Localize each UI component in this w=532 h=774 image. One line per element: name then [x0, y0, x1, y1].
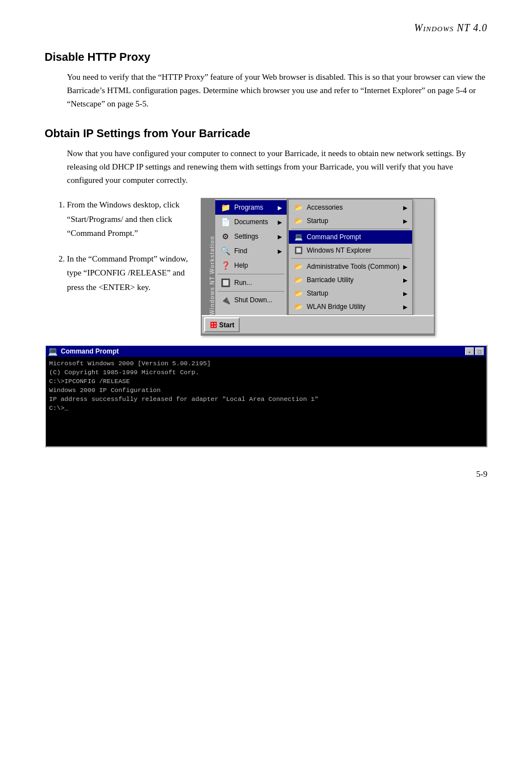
startup2-arrow: ▶ — [403, 291, 408, 297]
barricade-arrow: ▶ — [403, 277, 408, 283]
menu-item-documents[interactable]: 📄 Documents ▶ — [215, 215, 287, 229]
menu-item-programs[interactable]: 📁 Programs ▶ — [215, 200, 287, 215]
start-label: Start — [219, 321, 234, 329]
cmd-titlebar-icon: 💻 — [48, 347, 57, 356]
section2-body: Now that you have configured your comput… — [67, 147, 487, 187]
menu-separator2 — [217, 291, 284, 292]
sub-item-admin-tools[interactable]: 📂 Administrative Tools (Common) ▶ — [289, 260, 412, 273]
cmd-titlebar-label: Command Prompt — [61, 347, 119, 355]
cmd-titlebar: 💻 Command Prompt - □ — [46, 346, 486, 357]
vertical-bar: Windows NT Workstation — [202, 199, 215, 315]
header-title-text: Windows NT 4.0 — [414, 22, 487, 33]
steps-container: From the Windows desktop, click “Start/P… — [56, 198, 487, 336]
menu-item-run[interactable]: 🔲 Run... — [215, 275, 287, 290]
cmd-restore[interactable]: □ — [475, 347, 484, 355]
page-number: 5-9 — [45, 470, 487, 479]
documents-icon: 📄 — [220, 216, 231, 228]
shutdown-icon: 🔌 — [220, 294, 231, 306]
cmd-line-5: Windows 2000 IP Configuration — [49, 386, 483, 395]
programs-arrow: ▶ — [278, 205, 282, 211]
run-label: Run... — [234, 279, 252, 287]
find-icon: 🔍 — [220, 245, 231, 257]
programs-submenu: 📂 Accessories ▶ 📂 Startup ▶ 💻 Command Pr… — [288, 199, 413, 315]
section1-heading: Disable HTTP Proxy — [45, 51, 487, 64]
section2-heading: Obtain IP Settings from Your Barricade — [45, 127, 487, 140]
help-icon: ❓ — [220, 260, 231, 271]
menu-item-help[interactable]: ❓ Help — [215, 258, 287, 273]
step-1: From the Windows desktop, click “Start/P… — [67, 198, 190, 241]
shutdown-label: Shut Down... — [234, 296, 273, 304]
startup-label: Startup — [307, 217, 328, 225]
menu-item-shutdown[interactable]: 🔌 Shut Down... — [215, 293, 287, 307]
barricade-label: Barricade Utility — [307, 276, 354, 284]
cmd-minimize[interactable]: - — [465, 347, 474, 355]
main-menu: 📁 Programs ▶ 📄 Documents ▶ ⚙ Settings ▶ … — [215, 199, 288, 315]
programs-label: Programs — [234, 204, 263, 211]
menu-separator1 — [217, 274, 284, 274]
cmd-icon-menu: 💻 — [293, 232, 303, 242]
cmd-line-9: C:\>_ — [49, 404, 483, 413]
admin-icon: 📂 — [293, 262, 303, 272]
cmd-line-1: (C) Copyright 1985-1999 Microsoft Corp. — [49, 368, 483, 377]
accessories-icon: 📂 — [293, 202, 303, 212]
accessories-arrow: ▶ — [403, 205, 408, 211]
windows-logo: ⊞ — [210, 320, 217, 330]
barricade-icon: 📂 — [293, 275, 303, 285]
sub-item-accessories[interactable]: 📂 Accessories ▶ — [289, 201, 412, 214]
find-label: Find — [234, 247, 247, 255]
startup-arrow: ▶ — [403, 218, 408, 224]
cmd-controls: - □ — [465, 347, 484, 355]
find-arrow: ▶ — [278, 248, 282, 254]
menus-row: Windows NT Workstation 📁 Programs ▶ 📄 Do… — [202, 199, 434, 315]
step-2: In the “Command Prompt” window, type “IP… — [67, 252, 190, 295]
taskbar: ⊞ Start — [202, 315, 434, 335]
wlan-label: WLAN Bridge Utility — [307, 303, 365, 311]
programs-icon: 📁 — [220, 202, 231, 213]
settings-arrow: ▶ — [278, 234, 282, 240]
page-header: Windows NT 4.0 — [45, 22, 487, 34]
help-label: Help — [234, 262, 248, 269]
explorer-icon: 🔲 — [293, 245, 303, 255]
startup2-icon: 📂 — [293, 288, 303, 298]
steps-list: From the Windows desktop, click “Start/P… — [67, 198, 190, 336]
sub-separator1 — [291, 229, 410, 229]
documents-arrow: ▶ — [278, 219, 282, 225]
wlan-icon: 📂 — [293, 302, 303, 312]
settings-label: Settings — [234, 233, 258, 240]
cmd-body: Microsoft Windows 2000 [Version 5.00.219… — [46, 357, 486, 446]
admin-arrow: ▶ — [403, 264, 408, 270]
startup-icon: 📂 — [293, 216, 303, 226]
cmd-line-0: Microsoft Windows 2000 [Version 5.00.219… — [49, 359, 483, 368]
sub-item-startup[interactable]: 📂 Startup ▶ — [289, 214, 412, 228]
sub-item-command-prompt[interactable]: 💻 Command Prompt — [289, 230, 412, 244]
start-menu-area: Windows NT Workstation 📁 Programs ▶ 📄 Do… — [201, 198, 435, 336]
cmd-line-3: C:\>IPCONFIG /RELEASE — [49, 377, 483, 386]
section1-body: You need to verify that the “HTTP Proxy”… — [67, 70, 487, 110]
start-button[interactable]: ⊞ Start — [204, 317, 240, 332]
run-icon: 🔲 — [220, 277, 231, 288]
sub-item-nt-explorer[interactable]: 🔲 Windows NT Explorer — [289, 244, 412, 257]
menu-item-find[interactable]: 🔍 Find ▶ — [215, 244, 287, 258]
cmd-line-7: IP address successfully released for ada… — [49, 395, 483, 404]
sub-separator2 — [291, 258, 410, 259]
menu-item-settings[interactable]: ⚙ Settings ▶ — [215, 229, 287, 244]
wlan-arrow: ▶ — [403, 304, 408, 310]
cmd-window: 💻 Command Prompt - □ Microsoft Windows 2… — [45, 345, 487, 447]
explorer-label: Windows NT Explorer — [307, 246, 371, 254]
accessories-label: Accessories — [307, 204, 343, 211]
documents-label: Documents — [234, 218, 268, 226]
cmd-label: Command Prompt — [307, 233, 361, 241]
admin-label: Administrative Tools (Common) — [307, 263, 400, 270]
sub-item-wlan[interactable]: 📂 WLAN Bridge Utility ▶ — [289, 300, 412, 313]
settings-icon: ⚙ — [220, 231, 231, 242]
sub-item-barricade[interactable]: 📂 Barricade Utility ▶ — [289, 273, 412, 287]
header-title: Windows NT 4.0 — [414, 22, 487, 33]
sub-item-startup2[interactable]: 📂 Startup ▶ — [289, 287, 412, 300]
startup2-label: Startup — [307, 289, 328, 297]
